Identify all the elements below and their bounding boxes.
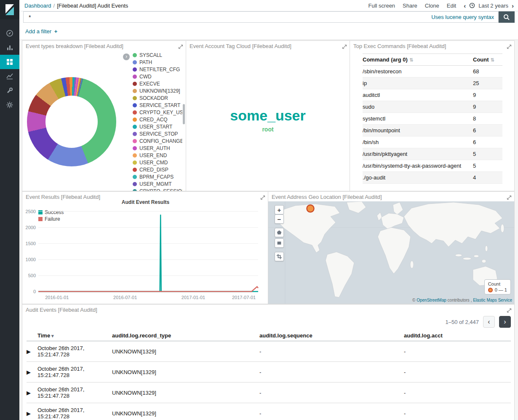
previous-page-button[interactable]: ‹ [483,316,495,328]
legend-item[interactable]: USER_AUTH [133,146,182,151]
time-back-icon[interactable]: ‹ [464,2,466,9]
time-range-label[interactable]: Last 2 years [478,3,508,9]
expand-row-caret-icon[interactable]: ▶ [27,341,37,362]
sidebar-item-timelion[interactable] [0,69,19,83]
legend-item[interactable]: CRYPTO_SESSION [133,189,182,191]
event-types-donut-chart[interactable] [27,77,116,166]
sidebar-item-dashboard[interactable] [0,55,19,69]
legend-item[interactable]: PATH [133,60,182,65]
acct-cell: - [404,362,511,383]
table-row[interactable]: ip25 [363,78,502,89]
expand-panel-button[interactable] [178,43,183,48]
count-cell: 8 [473,113,502,125]
share-button[interactable]: Share [403,3,417,9]
table-row[interactable]: ▶October 26th 2017, 15:21:47.728UNKNOWN[… [27,403,511,420]
zoom-in-button[interactable]: + [275,205,284,214]
map-legend: Count 0 — 1 [484,279,511,294]
legend-swatch-icon [133,82,137,86]
edit-button[interactable]: Edit [447,3,456,9]
column-header-sequence[interactable]: auditd.log.sequence [259,330,404,341]
column-header-time[interactable]: Time▾ [37,330,112,341]
legend-label: SERVICE_STOP [139,131,178,136]
lucene-syntax-link[interactable]: Uses lucene query syntax [431,14,498,20]
sidebar-item-management[interactable] [0,98,19,112]
table-row[interactable]: sudo9 [363,101,502,113]
expand-row-caret-icon[interactable]: ▶ [27,403,37,420]
next-page-button[interactable]: › [499,316,511,328]
zoom-out-button[interactable]: − [275,214,284,224]
table-row[interactable]: /usr/bin/systemd-tty-ask-password-agent5 [363,160,502,172]
table-row[interactable]: /sbin/restorecon68 [363,66,502,78]
legend-item[interactable]: NETFILTER_CFG [133,67,182,72]
expand-panel-button[interactable] [507,194,512,199]
column-header-record-type[interactable]: auditd.log.record_type [112,330,259,341]
expand-panel-button[interactable] [342,43,347,48]
clone-button[interactable]: Clone [425,3,439,9]
sidebar-item-visualize[interactable] [0,40,19,55]
legend-label: SYSCALL [139,53,162,58]
geo-point-marker[interactable] [307,205,314,212]
table-row[interactable]: /usr/bin/pkttyagent5 [363,148,502,160]
add-filter-button[interactable]: Add a filter + [25,28,57,35]
legend-item[interactable]: USER_START [133,124,182,129]
table-row[interactable]: /bin/sh6 [363,136,502,148]
table-row[interactable]: ▶October 26th 2017, 15:21:47.728UNKNOWN[… [27,383,511,403]
expand-panel-button[interactable] [507,43,512,48]
legend-item[interactable]: USER_MGMT [133,182,182,187]
table-row[interactable]: systemctl8 [363,113,502,125]
legend-item[interactable]: CWD [133,74,182,79]
world-map[interactable]: + − Count [268,201,514,304]
legend-item[interactable]: CONFIG_CHANGE [133,139,182,144]
time-forward-icon[interactable]: › [512,2,514,9]
legend-item[interactable]: EXECVE [133,81,182,86]
sidebar-item-discover[interactable] [0,26,19,40]
expand-row-caret-icon[interactable]: ▶ [27,362,37,383]
legend-swatch-icon [133,132,137,136]
tag-cloud-tag-root[interactable]: root [186,126,350,133]
sidebar-item-dev-tools[interactable] [0,83,19,98]
legend-item[interactable]: CRED_DISP [133,167,182,172]
legend-item[interactable]: SYSCALL [133,53,182,58]
openstreetmap-link[interactable]: OpenStreetMap [417,298,446,302]
crop-fit-tool-button[interactable] [275,252,284,261]
column-header-command[interactable]: Command (arg 0)⇅ [363,54,473,66]
search-query-input[interactable] [24,14,431,21]
polygon-filter-tool-button[interactable] [275,228,284,237]
legend-item[interactable]: CRYPTO_KEY_USER [133,110,182,115]
legend-item[interactable]: BPRM_FCAPS [133,174,182,179]
legend-item[interactable]: SOCKADDR [133,96,182,101]
acct-cell: - [404,341,511,362]
column-header-acct[interactable]: auditd.log.acct [404,330,511,341]
legend-item[interactable]: SERVICE_STOP [133,131,182,136]
expand-panel-button[interactable] [507,307,512,312]
table-row[interactable]: ▶October 26th 2017, 15:21:47.728UNKNOWN[… [27,341,511,362]
legend-item[interactable]: UNKNOWN[1329] [133,88,182,94]
legend-item[interactable]: USER_CMD [133,160,182,165]
legend-scrollbar[interactable] [183,104,185,124]
count-cell: 6 [473,136,502,148]
legend-label: PATH [139,60,152,65]
breadcrumb-current: [Filebeat Auditd] Audit Events [57,3,128,9]
table-row[interactable]: /bin/mountpoint6 [363,125,502,136]
search-button[interactable] [499,11,515,23]
attribution-text: © [412,298,417,302]
panel-title: Top Exec Commands [Filebeat Auditd] [353,43,446,49]
legend-label: BPRM_FCAPS [139,174,174,179]
breadcrumb-dashboard[interactable]: Dashboard [24,3,51,9]
table-row[interactable]: auditctl9 [363,89,502,101]
kibana-logo[interactable] [0,0,19,19]
legend-item[interactable]: USER_END [133,153,182,158]
legend-item[interactable]: SERVICE_START [133,103,182,108]
table-row[interactable]: ./go-audit4 [363,172,502,184]
elastic-maps-service-link[interactable]: Elastic Maps Service [473,298,512,302]
table-row[interactable]: ▶October 26th 2017, 15:21:47.728UNKNOWN[… [27,362,511,383]
tag-cloud-tag-some-user[interactable]: some_user [186,107,350,124]
legend-toggle-button[interactable]: › [123,54,130,60]
expand-row-caret-icon[interactable]: ▶ [27,383,37,403]
column-header-count[interactable]: Count⇅ [473,54,502,66]
rectangle-filter-tool-button[interactable] [275,238,284,248]
event-results-line-chart[interactable]: 050010001500200025002016-01-012016-07-01… [22,192,269,305]
series-line-failure [38,287,258,292]
full-screen-button[interactable]: Full screen [368,3,395,9]
legend-item[interactable]: CRED_ACQ [133,117,182,122]
